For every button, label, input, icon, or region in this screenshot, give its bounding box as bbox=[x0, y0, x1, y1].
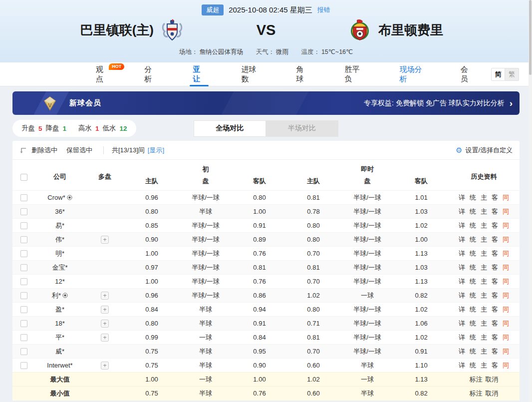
company-name[interactable]: Crow* bbox=[47, 194, 72, 201]
history-link[interactable]: 客 bbox=[492, 235, 498, 244]
history-link[interactable]: 主 bbox=[481, 291, 487, 300]
history-link[interactable]: 同 bbox=[503, 333, 509, 342]
history-link[interactable]: 详 bbox=[459, 347, 465, 356]
history-link[interactable]: 主 bbox=[481, 263, 487, 272]
history-link[interactable]: 统 bbox=[470, 207, 476, 216]
expand-multi-button[interactable]: + bbox=[101, 362, 109, 370]
history-link[interactable]: 详 bbox=[459, 305, 465, 314]
history-link[interactable]: 主 bbox=[481, 277, 487, 286]
company-name[interactable]: 易* bbox=[55, 221, 64, 230]
row-checkbox[interactable] bbox=[20, 278, 27, 285]
report-error-link[interactable]: 报错 bbox=[317, 5, 330, 14]
history-link[interactable]: 同 bbox=[503, 193, 509, 202]
cancel-link[interactable]: 取消 bbox=[486, 389, 499, 398]
league-badge[interactable]: 威超 bbox=[202, 4, 224, 15]
history-link[interactable]: 统 bbox=[470, 305, 476, 314]
history-link[interactable]: 同 bbox=[503, 291, 509, 300]
history-link[interactable]: 详 bbox=[459, 319, 465, 328]
history-link[interactable]: 统 bbox=[470, 333, 476, 342]
history-link[interactable]: 主 bbox=[481, 235, 487, 244]
history-link[interactable]: 同 bbox=[503, 249, 509, 258]
history-link[interactable]: 统 bbox=[470, 347, 476, 356]
row-checkbox[interactable] bbox=[20, 362, 27, 369]
history-link[interactable]: 客 bbox=[492, 221, 498, 230]
history-link[interactable]: 详 bbox=[459, 277, 465, 286]
company-name[interactable]: 盈* bbox=[55, 305, 64, 314]
history-link[interactable]: 统 bbox=[470, 263, 476, 272]
history-link[interactable]: 客 bbox=[492, 207, 498, 216]
show-link[interactable]: [显示] bbox=[148, 146, 164, 155]
tab-asian-handicap[interactable]: 亚让 bbox=[190, 62, 208, 86]
history-link[interactable]: 客 bbox=[492, 319, 498, 328]
tab-corners[interactable]: 角球 bbox=[293, 62, 311, 86]
history-link[interactable]: 主 bbox=[481, 305, 487, 314]
history-link[interactable]: 同 bbox=[503, 277, 509, 286]
history-link[interactable]: 主 bbox=[481, 319, 487, 328]
history-link[interactable]: 同 bbox=[503, 221, 509, 230]
tab-live-analysis[interactable]: 现场分析 bbox=[396, 62, 427, 86]
history-link[interactable]: 同 bbox=[503, 319, 509, 328]
history-link[interactable]: 同 bbox=[503, 305, 509, 314]
history-link[interactable]: 详 bbox=[459, 361, 465, 370]
row-checkbox[interactable] bbox=[20, 236, 27, 243]
row-checkbox[interactable] bbox=[20, 264, 27, 271]
tab-1x2[interactable]: 胜平负 bbox=[342, 62, 367, 86]
history-link[interactable]: 客 bbox=[492, 249, 498, 258]
history-link[interactable]: 详 bbox=[459, 221, 465, 230]
row-checkbox[interactable] bbox=[20, 348, 27, 355]
history-link[interactable]: 同 bbox=[503, 361, 509, 370]
full-match-toggle[interactable]: 全场对比 bbox=[194, 120, 266, 137]
history-link[interactable]: 主 bbox=[481, 361, 487, 370]
history-link[interactable]: 同 bbox=[503, 347, 509, 356]
history-link[interactable]: 客 bbox=[492, 333, 498, 342]
history-link[interactable]: 客 bbox=[492, 291, 498, 300]
company-name[interactable]: 平* bbox=[55, 333, 64, 342]
history-link[interactable]: 统 bbox=[470, 249, 476, 258]
history-link[interactable]: 详 bbox=[459, 235, 465, 244]
history-link[interactable]: 统 bbox=[470, 319, 476, 328]
company-name[interactable]: Interwet* bbox=[47, 362, 72, 369]
history-link[interactable]: 主 bbox=[481, 193, 487, 202]
history-link[interactable]: 统 bbox=[470, 361, 476, 370]
expand-multi-button[interactable]: + bbox=[101, 334, 109, 342]
tab-viewpoint[interactable]: 观点 HOT bbox=[93, 62, 111, 86]
company-name[interactable]: 12* bbox=[55, 278, 65, 285]
history-link[interactable]: 统 bbox=[470, 193, 476, 202]
expand-multi-button[interactable]: + bbox=[101, 306, 109, 314]
delete-selected-button[interactable]: 删除选中 bbox=[31, 146, 57, 155]
history-link[interactable]: 客 bbox=[492, 277, 498, 286]
company-name[interactable]: 金宝* bbox=[52, 263, 67, 272]
history-link[interactable]: 同 bbox=[503, 235, 509, 244]
settings-button[interactable]: ⚙ 设置/选择自定义 bbox=[456, 146, 513, 155]
history-link[interactable]: 详 bbox=[459, 193, 465, 202]
history-link[interactable]: 详 bbox=[459, 333, 465, 342]
row-checkbox[interactable] bbox=[20, 250, 27, 257]
expand-multi-button[interactable]: + bbox=[101, 236, 109, 244]
row-checkbox[interactable] bbox=[20, 208, 27, 215]
row-checkbox[interactable] bbox=[20, 334, 27, 341]
row-checkbox[interactable] bbox=[20, 306, 27, 313]
history-link[interactable]: 主 bbox=[481, 347, 487, 356]
row-checkbox[interactable] bbox=[20, 292, 27, 299]
history-link[interactable]: 客 bbox=[492, 361, 498, 370]
company-name[interactable]: 利* bbox=[52, 291, 68, 300]
history-link[interactable]: 详 bbox=[459, 207, 465, 216]
row-checkbox[interactable] bbox=[20, 320, 27, 327]
history-link[interactable]: 统 bbox=[470, 291, 476, 300]
history-link[interactable]: 主 bbox=[481, 249, 487, 258]
tab-membership[interactable]: 会员 bbox=[458, 62, 476, 86]
history-link[interactable]: 客 bbox=[492, 193, 498, 202]
tab-goals[interactable]: 进球数 bbox=[239, 62, 264, 86]
company-name[interactable]: 明* bbox=[55, 249, 64, 258]
history-link[interactable]: 主 bbox=[481, 333, 487, 342]
company-name[interactable]: 伟* bbox=[55, 235, 64, 244]
history-link[interactable]: 统 bbox=[470, 221, 476, 230]
half-match-toggle[interactable]: 半场对比 bbox=[266, 120, 338, 137]
cancel-link[interactable]: 取消 bbox=[486, 375, 499, 384]
history-link[interactable]: 详 bbox=[459, 291, 465, 300]
history-link[interactable]: 统 bbox=[470, 235, 476, 244]
company-name[interactable]: 18* bbox=[55, 320, 65, 327]
history-link[interactable]: 同 bbox=[503, 207, 509, 216]
history-link[interactable]: 主 bbox=[481, 221, 487, 230]
history-link[interactable]: 客 bbox=[492, 263, 498, 272]
